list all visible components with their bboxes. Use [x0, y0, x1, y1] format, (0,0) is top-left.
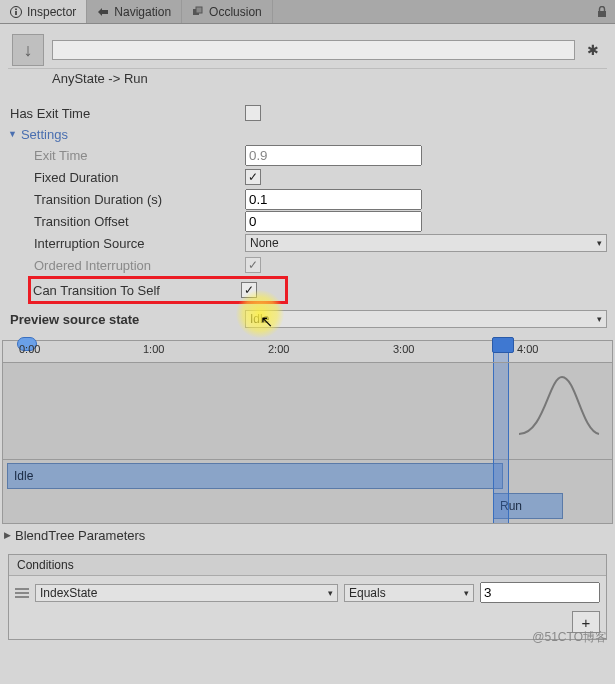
settings-label: Settings	[21, 127, 68, 142]
highlight-box: Can Transition To Self	[28, 276, 288, 304]
info-icon	[10, 6, 22, 18]
playhead-knob-icon	[492, 337, 514, 353]
properties-panel: Has Exit Time ▼ Settings Exit Time Fixed…	[0, 98, 615, 334]
gear-icon[interactable]: ✱	[583, 42, 603, 58]
input-condition-value[interactable]	[480, 582, 600, 603]
chevron-updown-icon: ▾	[328, 588, 333, 598]
checkbox-has-exit-time[interactable]	[245, 105, 261, 121]
timeline-body[interactable]: Idle Run	[3, 363, 612, 523]
tab-bar: Inspector Navigation Occlusion	[0, 0, 615, 24]
occlusion-icon	[192, 6, 204, 18]
tab-navigation-label: Navigation	[114, 5, 171, 19]
tab-occlusion-label: Occlusion	[209, 5, 262, 19]
panel-lock[interactable]	[589, 0, 615, 23]
tab-occlusion[interactable]: Occlusion	[182, 0, 273, 23]
transition-curve	[514, 369, 604, 439]
dropdown-condition-comparator[interactable]: Equals ▾	[344, 584, 474, 602]
timeline-ruler[interactable]: 0:00 1:00 2:00 3:00 4:00	[3, 341, 612, 363]
ruler-tick: 2:00	[268, 343, 289, 355]
dropdown-preview-source-state[interactable]: Idle ▾	[245, 310, 607, 328]
transition-icon	[12, 34, 44, 66]
dropdown-interruption-value: None	[250, 236, 279, 250]
label-exit-time: Exit Time	[10, 148, 245, 163]
drag-handle-icon[interactable]	[15, 586, 29, 600]
conditions-header: Conditions	[9, 555, 606, 576]
ruler-tick: 4:00	[517, 343, 538, 355]
timeline-playhead-body[interactable]	[493, 363, 509, 523]
condition-row: IndexState ▾ Equals ▾	[9, 576, 606, 609]
label-transition-offset: Transition Offset	[10, 214, 245, 229]
transition-subtitle: AnyState -> Run	[8, 69, 607, 94]
tab-inspector[interactable]: Inspector	[0, 0, 87, 23]
tab-inspector-label: Inspector	[27, 5, 76, 19]
ruler-tick: 1:00	[143, 343, 164, 355]
transition-name-input[interactable]	[52, 40, 575, 60]
lock-icon	[597, 6, 607, 18]
ruler-tick: 3:00	[393, 343, 414, 355]
foldout-blendtree-params[interactable]: ▶ BlendTree Parameters	[0, 524, 615, 546]
foldout-settings[interactable]: ▼ Settings	[8, 124, 607, 144]
chevron-updown-icon: ▾	[464, 588, 469, 598]
svg-rect-1	[15, 11, 17, 15]
svg-rect-2	[15, 8, 17, 10]
svg-rect-5	[598, 11, 606, 17]
row-has-exit-time: Has Exit Time	[8, 102, 607, 124]
plus-icon: +	[582, 614, 591, 631]
row-preview-source-state: Preview source state Idle ▾	[8, 308, 607, 330]
label-ordered-interruption: Ordered Interruption	[10, 258, 245, 273]
label-transition-duration: Transition Duration (s)	[10, 192, 245, 207]
timeline-playhead[interactable]	[493, 341, 509, 362]
chevron-right-icon: ▶	[4, 530, 11, 540]
watermark: @51CTO博客	[532, 629, 607, 646]
dropdown-condition-param[interactable]: IndexState ▾	[35, 584, 338, 602]
label-interruption-source: Interruption Source	[10, 236, 245, 251]
clip-idle[interactable]: Idle	[7, 463, 503, 489]
chevron-updown-icon: ▾	[597, 314, 602, 324]
input-transition-duration[interactable]	[245, 189, 422, 210]
label-has-exit-time: Has Exit Time	[10, 106, 245, 121]
input-transition-offset[interactable]	[245, 211, 422, 232]
chevron-updown-icon: ▾	[597, 238, 602, 248]
condition-comparator-value: Equals	[349, 586, 386, 600]
checkbox-can-transition-to-self[interactable]	[241, 282, 257, 298]
transition-header: ✱ AnyState -> Run	[0, 24, 615, 98]
blendtree-label: BlendTree Parameters	[15, 528, 145, 543]
checkbox-fixed-duration[interactable]	[245, 169, 261, 185]
row-ordered-interruption: Ordered Interruption	[8, 254, 607, 276]
row-exit-time: Exit Time	[8, 144, 607, 166]
ruler-tick: 0:00	[19, 343, 40, 355]
label-preview-source-state: Preview source state	[10, 312, 245, 327]
row-transition-offset: Transition Offset	[8, 210, 607, 232]
condition-param-value: IndexState	[40, 586, 97, 600]
transition-timeline[interactable]: 0:00 1:00 2:00 3:00 4:00 Idle Run	[2, 340, 613, 524]
row-interruption-source: Interruption Source None ▾	[8, 232, 607, 254]
checkbox-ordered-interruption	[245, 257, 261, 273]
input-exit-time[interactable]	[245, 145, 422, 166]
label-can-transition-to-self: Can Transition To Self	[33, 283, 241, 298]
chevron-down-icon: ▼	[8, 129, 17, 139]
conditions-list: Conditions IndexState ▾ Equals ▾ +	[8, 554, 607, 640]
row-can-transition-to-self: Can Transition To Self	[33, 280, 283, 300]
label-fixed-duration: Fixed Duration	[10, 170, 245, 185]
row-transition-duration: Transition Duration (s)	[8, 188, 607, 210]
row-fixed-duration: Fixed Duration	[8, 166, 607, 188]
dropdown-preview-value: Idle	[250, 312, 269, 326]
dropdown-interruption-source[interactable]: None ▾	[245, 234, 607, 252]
navigation-icon	[97, 6, 109, 18]
svg-rect-4	[196, 7, 202, 13]
tab-navigation[interactable]: Navigation	[87, 0, 182, 23]
